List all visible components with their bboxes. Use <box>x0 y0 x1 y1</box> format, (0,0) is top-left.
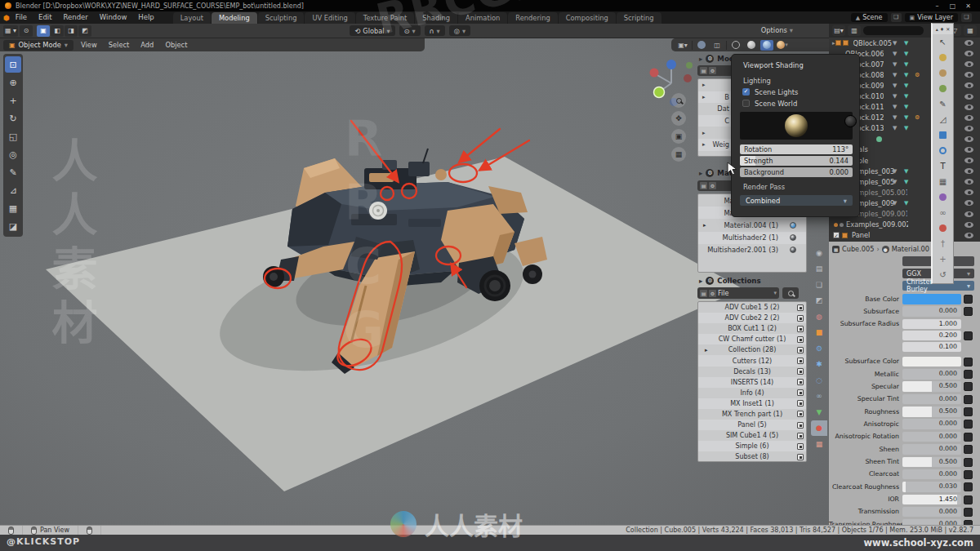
scale-tool[interactable]: ◱ <box>5 128 21 144</box>
viewport-menu-view[interactable]: View <box>75 41 103 49</box>
animate-dot-button[interactable] <box>964 407 973 416</box>
header-toggle-0[interactable]: ▣ <box>37 25 50 37</box>
rendered-shading-button[interactable]: ▾ <box>776 40 789 51</box>
brush-tan-icon[interactable] <box>939 65 947 81</box>
collection-row[interactable]: CW Chamf cutter (1) <box>698 334 806 344</box>
tab-material[interactable]: ● <box>811 420 827 437</box>
tool-toggle-icon[interactable]: ⊙ <box>20 25 33 37</box>
render-pass-dropdown[interactable]: Combined ▾ <box>740 195 853 206</box>
breadcrumb-object[interactable]: Cube.005 <box>842 245 874 253</box>
link-icon[interactable]: ∞ <box>939 205 946 220</box>
proportional-edit-toggle[interactable]: ◎▾ <box>449 25 470 36</box>
param-slider[interactable]: 0.000 <box>902 394 961 405</box>
visibility-eye-icon[interactable] <box>964 179 973 184</box>
visibility-eye-icon[interactable] <box>964 104 973 110</box>
param-slider[interactable]: 0.030 <box>902 482 961 492</box>
tab-texture-paint[interactable]: Texture Paint <box>356 12 415 24</box>
tab-shading[interactable]: Shading <box>415 12 457 24</box>
collection-row[interactable]: Simple (6) <box>698 441 806 451</box>
pivot-dropdown[interactable]: ⊙▾ <box>399 25 421 36</box>
param-slider[interactable]: 0.500 <box>902 407 961 417</box>
background-slider[interactable]: Background 0.000 <box>740 167 853 177</box>
animate-dot-button[interactable] <box>964 295 973 304</box>
editor-type-button[interactable]: ▦ ▾ <box>3 25 18 37</box>
tab-world[interactable]: ◍ <box>811 309 827 325</box>
visibility-eye-icon[interactable] <box>964 211 973 217</box>
visibility-eye-icon[interactable] <box>964 40 973 46</box>
exclude-checkbox-icon[interactable] <box>797 443 804 450</box>
tab-modeling[interactable]: Modeling <box>212 12 257 24</box>
pan-hand-icon[interactable]: ✥ <box>671 111 686 126</box>
menu-edit[interactable]: Edit <box>33 13 57 21</box>
animate-dot-button[interactable] <box>964 482 973 491</box>
visibility-eye-icon[interactable] <box>964 51 973 56</box>
move-tool[interactable]: + <box>5 92 21 109</box>
material-row[interactable]: ▸Material.004 (1) <box>698 219 806 231</box>
grid-icon[interactable]: ▦ <box>939 174 947 189</box>
new-view-layer-button[interactable]: ❏ <box>961 13 972 22</box>
tab-layout[interactable]: Layout <box>173 12 211 24</box>
rotation-slider[interactable]: Rotation 113° <box>740 144 853 154</box>
collections-section-header[interactable]: ▸⚙ Collections <box>699 276 805 286</box>
animate-dot-button[interactable] <box>964 358 973 367</box>
xray-icon[interactable]: ◫ <box>710 40 724 51</box>
param-value-field[interactable]: 0.200 <box>902 331 961 341</box>
animate-dot-button[interactable] <box>964 307 973 316</box>
param-slider[interactable]: 0.500 <box>902 381 961 392</box>
material-row[interactable]: Multishader2.001 (3) <box>698 244 806 256</box>
visibility-eye-icon[interactable] <box>964 61 973 67</box>
collections-search-button[interactable] <box>782 287 799 299</box>
tab-particles[interactable]: ✱ <box>811 357 827 373</box>
animate-dot-button[interactable] <box>964 395 973 404</box>
strength-slider[interactable]: Strength 0.144 <box>740 156 853 166</box>
exclude-checkbox-icon[interactable] <box>797 368 804 375</box>
select-box-tool[interactable]: ⊡ <box>5 56 21 73</box>
header-toggle-2[interactable]: ◨ <box>65 25 78 37</box>
visibility-eye-icon[interactable] <box>964 82 973 88</box>
visibility-eye-icon[interactable] <box>964 94 973 100</box>
visibility-eye-icon[interactable] <box>964 168 973 174</box>
param-value-field[interactable]: 1.000 <box>902 319 961 330</box>
collection-row[interactable]: ADV Cube1 5 (2) <box>698 302 806 313</box>
material-row[interactable]: Multishader2 (1) <box>698 232 806 244</box>
tab-render[interactable]: ◉ <box>811 245 827 261</box>
visibility-eye-icon[interactable] <box>964 158 973 163</box>
wireframe-shading-button[interactable] <box>729 40 742 51</box>
outliner-filter-icon[interactable]: ▥ <box>848 25 861 36</box>
pencil-icon[interactable]: ✎ <box>939 96 946 112</box>
exclude-checkbox-icon[interactable] <box>797 379 804 385</box>
new-collection-icon[interactable]: ▦ <box>964 25 977 36</box>
tab-object[interactable]: ■ <box>811 325 827 341</box>
exclude-checkbox-icon[interactable] <box>797 347 804 353</box>
collection-row[interactable]: Panel (5) <box>698 420 806 430</box>
zoom-icon[interactable] <box>671 93 686 108</box>
tab-scripting[interactable]: Scripting <box>617 12 662 24</box>
outliner-search-input[interactable] <box>863 26 924 35</box>
tab-compositing[interactable]: Compositing <box>559 12 616 24</box>
collection-row[interactable]: ADV Cube2 2 (2) <box>698 313 806 323</box>
param-slider[interactable]: 0.000 <box>902 507 961 518</box>
text-icon[interactable]: T <box>940 158 945 174</box>
color-swatch[interactable] <box>902 294 961 304</box>
metaball-icon[interactable] <box>939 189 947 205</box>
sphere-red-icon[interactable] <box>939 220 947 236</box>
exclude-checkbox-icon[interactable] <box>797 336 804 343</box>
add-cube-tool[interactable]: ▦ <box>5 200 21 216</box>
spiral-icon[interactable]: ↺ <box>939 267 946 282</box>
material-preview-button[interactable] <box>760 40 773 51</box>
tab-texture[interactable]: ▦ <box>811 436 827 452</box>
collection-row[interactable]: MX Inset1 (1) <box>698 398 806 409</box>
animate-dot-button[interactable] <box>964 433 973 442</box>
scene-selector[interactable]: ▲ Scene <box>851 13 888 22</box>
options-dropdown[interactable]: Options▾ <box>761 26 793 34</box>
tab-data[interactable]: ▼ <box>811 404 827 420</box>
menu-help[interactable]: Help <box>132 13 159 21</box>
tab-view-layer[interactable]: ❏ <box>811 277 827 293</box>
collection-row[interactable]: INSERTS (14) <box>698 377 806 388</box>
exclude-checkbox-icon[interactable] <box>797 400 804 407</box>
visibility-eye-icon[interactable] <box>964 233 973 238</box>
menu-render[interactable]: Render <box>58 13 94 21</box>
collection-row[interactable]: BOX Cut1 1 (2) <box>698 323 806 334</box>
floating-toolbar-header[interactable]: ▴♦✕ <box>933 24 953 34</box>
menu-window[interactable]: Window <box>94 13 133 21</box>
